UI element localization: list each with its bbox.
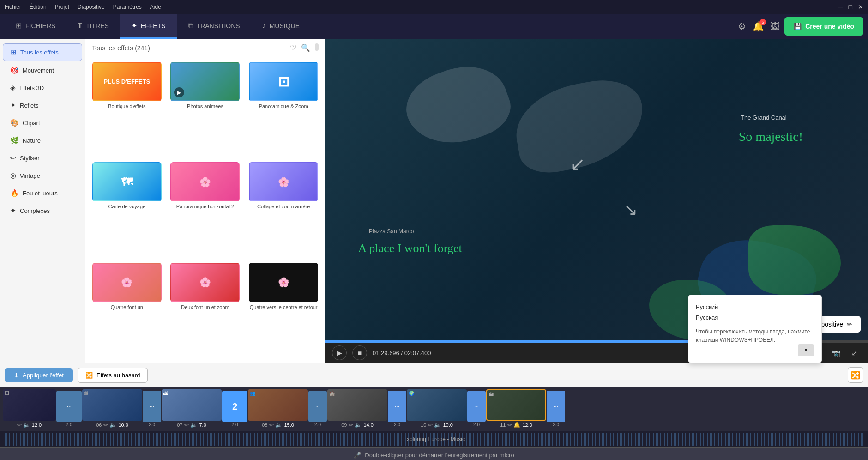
effect-photos[interactable]: ▶ Photos animées <box>169 62 242 157</box>
minimize-btn[interactable]: ─ <box>838 3 843 11</box>
audio-label: Exploring Europe - Music <box>403 436 465 442</box>
slide-audio-btn-09[interactable]: 🔈 <box>355 422 362 428</box>
slide-num-07: 07 <box>177 422 182 428</box>
settings-btn[interactable]: ⚙ <box>738 21 746 32</box>
create-video-button[interactable]: 💾 Créer une vidéo <box>784 17 863 36</box>
play-button[interactable]: ▶ <box>332 345 347 360</box>
slide-audio-btn-11[interactable]: 🔔 <box>513 422 520 428</box>
effect-panoramique[interactable]: ⊡ Panoramique & Zoom <box>247 62 320 157</box>
tab-transitions[interactable]: ⧉ TRANSITIONS <box>177 14 251 39</box>
maximize-btn[interactable]: □ <box>849 3 852 11</box>
sidebar-feu-label: Feu et lueurs <box>23 190 58 197</box>
transition-thumb-2[interactable]: ⋯ <box>143 391 161 422</box>
lang-option-russian[interactable]: Русский <box>696 302 814 312</box>
sidebar-clipart-label: Clipart <box>23 120 40 127</box>
slide-num-11: 11 <box>500 422 506 428</box>
slide-edit-btn-10[interactable]: ✏ <box>428 422 433 428</box>
lang-close-button[interactable]: × <box>798 344 814 356</box>
slide-audio-btn-1[interactable]: 🔈 <box>23 422 30 428</box>
slide-thumb-07[interactable]: 🏙 <box>162 389 222 421</box>
menu-edition[interactable]: Édition <box>30 4 47 10</box>
transition-thumb-4[interactable]: ⋯ <box>388 391 406 422</box>
effect-boutique[interactable]: PLUS D'EFFETS Boutique d'effets <box>90 62 164 157</box>
sidebar-item-vintage[interactable]: ◎ Vintage <box>3 167 82 184</box>
effect-quatre2[interactable]: 🌸 Quatre vers le centre et retour <box>247 263 320 358</box>
sidebar-item-tous[interactable]: ⊞ Tous les effets <box>3 43 82 61</box>
slide-thumb-09[interactable]: 🏰 <box>327 389 387 421</box>
menu-fichier[interactable]: Fichier <box>5 4 21 10</box>
apply-bar: ⬇ Appliquer l'effet 🔀 Effets au hasard 🔀 <box>0 363 868 387</box>
sidebar-item-complexes[interactable]: ✦ Complexes <box>3 202 82 219</box>
effect-collage[interactable]: 🌸 Collage et zoom arrière <box>247 162 320 258</box>
menu-projet[interactable]: Projet <box>55 4 69 10</box>
tab-effets[interactable]: ✦ EFFETS <box>120 14 177 39</box>
transition-thumb-3[interactable]: ⋯ <box>308 391 327 422</box>
slide-edit-btn-1[interactable]: ✏ <box>17 422 22 428</box>
slide-thumb-10[interactable]: 🌍 <box>407 389 467 421</box>
tab-musique[interactable]: ♪ MUSIQUE <box>251 14 311 39</box>
sidebar-item-effets3d[interactable]: ◈ Effets 3D <box>3 79 82 96</box>
transition-dur-1: 2.0 <box>66 422 72 427</box>
effect-boutique-label: Boutique d'effets <box>108 103 145 109</box>
tab-musique-label: MUSIQUE <box>270 22 300 30</box>
effect-carte[interactable]: 🗺 Carte de voyage <box>90 162 164 258</box>
menu-parametres[interactable]: Paramètres <box>113 4 142 10</box>
slide-icons-08: ✏ 🔈 <box>269 422 282 428</box>
timeline-slide-11: 🏔 11 ✏ 🔔 12.0 <box>486 389 546 429</box>
tab-titres[interactable]: T TITRES <box>66 14 120 39</box>
screenshot-btn[interactable]: 📷 <box>828 345 843 360</box>
sidebar-item-reflets[interactable]: ✦ Reflets <box>3 97 82 114</box>
stop-button[interactable]: ■ <box>352 345 367 360</box>
notification-badge: 5 <box>760 19 766 25</box>
effect-quatre[interactable]: 🌸 Quatre font un <box>90 263 164 358</box>
sidebar-item-clipart[interactable]: 🎨 Clipart <box>3 115 82 131</box>
slide-audio-btn-10[interactable]: 🔈 <box>434 422 441 428</box>
slide-edit-btn-06[interactable]: ✏ <box>103 422 108 428</box>
mic-bar[interactable]: 🎤 Double-cliquer pour démarrer l'enregis… <box>0 447 868 460</box>
tab-fichiers[interactable]: ⊞ FICHIERS <box>5 14 66 39</box>
language-popup: Русский Русская Чтобы переключить методы… <box>688 295 822 363</box>
sidebar-item-feu[interactable]: 🔥 Feu et lueurs <box>3 185 82 201</box>
slide-edit-btn-08[interactable]: ✏ <box>269 422 274 428</box>
effect-panoramique2[interactable]: 🌸 Panoramique horizontal 2 <box>169 162 242 258</box>
slide-thumb-06[interactable]: 🏛 <box>82 389 142 421</box>
sidebar-item-mouvement[interactable]: 🎯 Mouvement <box>3 62 82 79</box>
random-effect-button[interactable]: 🔀 Effets au hasard <box>78 368 148 383</box>
nature-icon: 🌿 <box>10 136 19 145</box>
slide-edit-btn-11[interactable]: ✏ <box>507 422 512 428</box>
tab-titres-label: TITRES <box>86 22 109 30</box>
slide-edit-btn-07[interactable]: ✏ <box>184 422 189 428</box>
shuffle-icon[interactable]: 🔀 <box>848 367 863 383</box>
slide-audio-btn-06[interactable]: 🔈 <box>109 422 116 428</box>
slide-audio-btn-08[interactable]: 🔈 <box>275 422 282 428</box>
effect-panoramique-label: Panoramique & Zoom <box>259 103 308 109</box>
tab-effets-label: EFFETS <box>141 22 166 30</box>
slide-edit-btn-09[interactable]: ✏ <box>349 422 353 428</box>
slide-audio-btn-07[interactable]: 🔈 <box>190 422 197 428</box>
menu-diapositive[interactable]: Diapositive <box>78 4 105 10</box>
close-btn[interactable]: ✕ <box>858 3 863 11</box>
transition-thumb-6[interactable]: ⋯ <box>547 391 565 422</box>
slide-thumb-08[interactable]: 👥 <box>248 389 308 421</box>
clipart-icon: 🎨 <box>10 119 19 127</box>
menu-aide[interactable]: Aide <box>150 4 161 10</box>
sidebar-item-nature[interactable]: 🌿 Nature <box>3 132 82 149</box>
menu-bar: Fichier Édition Projet Diapositive Param… <box>5 4 161 10</box>
sidebar-effets3d-label: Effets 3D <box>19 85 44 91</box>
effect-deux[interactable]: 🌸 Deux font un et zoom <box>169 263 242 358</box>
transition-thumb-1[interactable]: ⋯ <box>56 391 82 422</box>
notifications-btn[interactable]: 🔔 5 <box>753 21 764 32</box>
slide-thumb-11[interactable]: 🏔 <box>486 389 546 421</box>
share-btn[interactable]: 🖼 <box>771 21 780 32</box>
expand-btn[interactable]: ⤢ <box>847 345 862 360</box>
transition-thumb-5[interactable]: ⋯ <box>467 391 486 422</box>
tous-icon: ⊞ <box>11 48 17 56</box>
favorite-icon[interactable]: ♡ <box>290 43 296 52</box>
apply-effect-button[interactable]: ⬇ Appliquer l'effet <box>5 368 73 382</box>
transition-dur-2: 2.0 <box>149 422 155 427</box>
slide-thumb-1[interactable]: 🎞 <box>3 389 56 421</box>
search-icon[interactable]: 🔍 <box>301 43 310 52</box>
sidebar-item-styliser[interactable]: ✏ Styliser <box>3 150 82 166</box>
lang-option-russkaya[interactable]: Русская <box>696 312 814 323</box>
transition-badge-2[interactable]: 2 <box>222 391 247 422</box>
